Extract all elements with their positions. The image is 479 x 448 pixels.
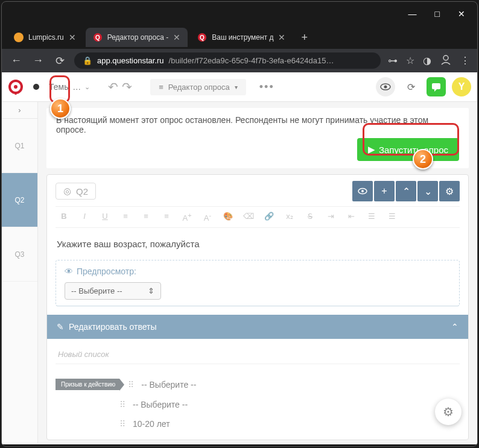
themes-dropdown[interactable]: Темы … ⌄ <box>49 82 90 92</box>
rich-text-toolbar: B I U ≡ ≡ ≡ A+ A- 🎨 ⌫ 🔗 x₂ S̶ ⇥ <box>56 206 460 228</box>
close-tab-icon[interactable]: ✕ <box>278 33 285 42</box>
question-header: ◎ Q2 + ⌃ ⌄ ⚙ <box>56 181 460 201</box>
preview-button[interactable] <box>376 77 395 96</box>
play-icon: ▶ <box>368 144 375 155</box>
user-avatar[interactable]: Y <box>452 77 471 96</box>
extension-icon[interactable]: ◑ <box>423 55 431 66</box>
chevron-down-icon: ▾ <box>235 84 238 90</box>
svg-rect-9 <box>432 83 440 89</box>
drag-handle-icon[interactable]: ⠿ <box>119 400 124 409</box>
sidebar-q1[interactable]: Q1 <box>2 119 37 173</box>
favicon-lumpics <box>14 33 24 42</box>
question-id: Q2 <box>76 186 88 197</box>
nav-forward[interactable]: → <box>31 54 45 67</box>
target-icon: ◎ <box>63 186 71 197</box>
question-text[interactable]: Укажите ваш возраст, пожалуйста <box>56 233 460 255</box>
question-sidebar: › Q1 Q2 Q3 <box>2 102 38 444</box>
nav-reload[interactable]: ⟳ <box>52 54 67 68</box>
launch-label: Запустить опрос <box>379 145 448 155</box>
close-tab-icon[interactable]: ✕ <box>173 33 180 42</box>
browser-tab-instrument[interactable]: Q Ваш инструмент д ✕ <box>190 28 293 47</box>
key-icon[interactable]: ⊶ <box>388 55 398 66</box>
svg-point-4 <box>443 55 448 60</box>
answer-row[interactable]: ⠿ -- Выберите -- <box>56 395 460 414</box>
window-maximize[interactable]: □ <box>435 9 440 19</box>
sync-button[interactable]: ⟳ <box>401 77 420 96</box>
settings-button[interactable]: ⚙ <box>439 181 460 201</box>
url-domain: app.questionstar.ru <box>97 56 164 65</box>
address-actions: ⊶ ☆ ◑ ⋮ <box>388 54 470 68</box>
survey-status-dot <box>33 84 39 90</box>
italic-button[interactable]: I <box>78 212 90 222</box>
outdent-button[interactable]: ⇤ <box>345 212 357 222</box>
font-increase-button[interactable]: A+ <box>181 212 193 222</box>
ol-button[interactable]: ☰ <box>366 212 378 222</box>
toolbar-right: ⟳ Y <box>376 77 471 96</box>
question-id-badge[interactable]: ◎ Q2 <box>56 183 96 200</box>
preview-select[interactable]: -- Выберите -- ⇕ <box>65 282 161 300</box>
editor-mode-dropdown[interactable]: ≡ Редактор опроса ▾ <box>150 79 246 95</box>
question-card: ◎ Q2 + ⌃ ⌄ ⚙ B I <box>46 174 469 440</box>
app-root: Темы … ⌄ ↶ ↷ ≡ Редактор опроса ▾ ••• ⟳ <box>2 72 477 444</box>
sidebar-expand[interactable]: › <box>2 102 37 119</box>
app-logo[interactable] <box>8 79 24 95</box>
address-bar: ← → ⟳ 🔒 app.questionstar.ru/builder/f72e… <box>2 49 477 72</box>
new-tab-button[interactable]: + <box>295 31 314 44</box>
menu-icon[interactable]: ⋮ <box>460 55 470 66</box>
floating-settings-button[interactable]: ⚙ <box>435 399 462 425</box>
eye-icon: 👁 <box>65 267 73 276</box>
move-up-button[interactable]: ⌃ <box>396 181 416 201</box>
move-down-button[interactable]: ⌄ <box>417 181 438 201</box>
drag-handle-icon[interactable]: ⠿ <box>128 380 133 390</box>
chevron-up-icon: ⌃ <box>451 322 458 332</box>
add-button[interactable]: + <box>374 181 395 201</box>
content-area: В настоящий момент этот опрос остановлен… <box>38 102 477 444</box>
question-actions: + ⌃ ⌄ ⚙ <box>352 181 460 201</box>
chevron-down-icon: ⌄ <box>84 83 90 91</box>
star-icon[interactable]: ☆ <box>406 55 414 66</box>
window-minimize[interactable]: — <box>408 9 417 19</box>
ul-button[interactable]: ☰ <box>386 212 398 222</box>
sidebar-q3[interactable]: Q3 <box>2 227 37 282</box>
link-button[interactable]: 🔗 <box>263 212 275 222</box>
redo-button[interactable]: ↷ <box>122 80 132 94</box>
align-right-button[interactable]: ≡ <box>160 212 173 222</box>
align-center-button[interactable]: ≡ <box>140 212 152 222</box>
browser-tab-editor[interactable]: Q Редактор опроса - ✕ <box>86 28 188 47</box>
tab-title: Lumpics.ru <box>28 33 64 42</box>
answer-row[interactable]: ⠿ 10-20 лет <box>56 414 460 434</box>
answer-text: 10-20 лет <box>133 419 170 429</box>
close-tab-icon[interactable]: ✕ <box>69 33 76 42</box>
cta-badge: Призыв к действию <box>56 379 119 390</box>
visibility-button[interactable] <box>352 181 373 201</box>
new-list-label: Новый список <box>56 346 460 364</box>
strike-button[interactable]: S̶ <box>304 212 316 222</box>
answer-row-cta[interactable]: Призыв к действию ⠿ -- Выберите -- <box>56 374 460 395</box>
launch-survey-button[interactable]: ▶ Запустить опрос <box>357 138 459 161</box>
answer-text: -- Выберите -- <box>141 380 196 390</box>
survey-stopped-notice: В настоящий момент этот опрос остановлен… <box>46 108 469 168</box>
font-decrease-button[interactable]: A- <box>201 212 214 222</box>
edit-answers-header[interactable]: ✎ Редактировать ответы ⌃ <box>47 315 468 339</box>
drag-handle-icon[interactable]: ⠿ <box>119 419 124 429</box>
select-value: -- Выберите -- <box>71 286 122 295</box>
bold-button[interactable]: B <box>58 212 70 222</box>
window-close[interactable]: ✕ <box>458 9 465 19</box>
undo-button[interactable]: ↶ <box>108 80 118 94</box>
align-left-button[interactable]: ≡ <box>119 212 132 222</box>
subscript-button[interactable]: x₂ <box>284 212 296 222</box>
url-input[interactable]: 🔒 app.questionstar.ru/builder/f72eda9c-6… <box>74 52 381 69</box>
nav-back[interactable]: ← <box>9 54 24 67</box>
underline-button[interactable]: U <box>99 212 111 222</box>
indent-button[interactable]: ⇥ <box>325 212 337 222</box>
clear-format-button[interactable]: ⌫ <box>243 212 255 222</box>
select-arrows-icon: ⇕ <box>148 286 154 295</box>
browser-tab-lumpics[interactable]: Lumpics.ru ✕ <box>7 28 83 47</box>
chat-button[interactable] <box>427 77 446 96</box>
sidebar-q2[interactable]: Q2 <box>2 173 37 227</box>
text-color-button[interactable]: 🎨 <box>222 212 234 222</box>
favicon-questionstar: Q <box>93 33 103 42</box>
preview-box: 👁 Предпросмотр: -- Выберите -- ⇕ <box>56 260 460 306</box>
profile-icon[interactable] <box>440 54 452 68</box>
more-menu[interactable]: ••• <box>259 81 274 93</box>
